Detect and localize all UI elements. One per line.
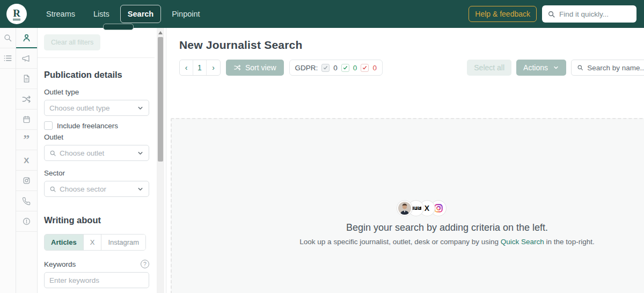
gdpr-label: GDPR: — [295, 64, 318, 72]
chevron-down-icon — [137, 105, 144, 112]
rail-list-tab[interactable] — [0, 48, 16, 69]
page-prev-button[interactable]: ‹ — [180, 60, 193, 75]
clear-all-filters-button[interactable]: Clear all filters — [44, 34, 100, 50]
rail-x-tab[interactable]: X — [16, 150, 37, 171]
rail-document-tab[interactable] — [16, 69, 37, 89]
rail-phone-tab[interactable] — [16, 191, 37, 211]
results-toolbar: ‹ 1 › Sort view GDPR: 0 — [179, 60, 644, 76]
include-freelancers-checkbox[interactable] — [44, 121, 53, 130]
gdpr-count-grey: 0 — [333, 64, 338, 72]
logo-letter: R — [13, 8, 20, 20]
check-icon — [362, 65, 367, 70]
help-feedback-button[interactable]: Help & feedback — [469, 6, 537, 22]
pagination: ‹ 1 › — [179, 60, 221, 76]
avatar-row: BBC X — [397, 201, 446, 216]
gdpr-filter-group: GDPR: 0 0 0 — [289, 60, 383, 76]
x-logo: X — [425, 204, 429, 213]
name-search-box[interactable] — [571, 60, 644, 76]
nav-item-pinpoint[interactable]: Pinpoint — [164, 5, 207, 23]
filter-scrollbar[interactable] — [157, 28, 164, 293]
keywords-label-row: Keywords ? — [44, 260, 149, 268]
chevron-down-icon — [137, 186, 144, 193]
tab-instagram[interactable]: Instagram — [101, 235, 145, 250]
rail-search-tab[interactable] — [0, 28, 16, 48]
document-icon — [22, 74, 31, 83]
name-search-input[interactable] — [587, 64, 644, 72]
journalist-photo-avatar — [397, 201, 412, 216]
nav-item-streams[interactable]: Streams — [39, 5, 83, 23]
toolbar-right-group: Select all Actions — [467, 60, 644, 76]
phone-icon — [22, 197, 31, 206]
rail-calendar-tab[interactable] — [16, 109, 37, 130]
search-icon — [3, 33, 12, 42]
icon-rail: ” X — [0, 28, 38, 293]
gdpr-checkbox-grey[interactable] — [321, 64, 330, 72]
chevron-down-icon — [137, 150, 144, 157]
content-row: ” X — [0, 28, 644, 293]
instagram-logo — [434, 203, 443, 213]
icon-rail-col-1 — [0, 28, 16, 293]
page-number[interactable]: 1 — [193, 60, 207, 75]
outlet-type-placeholder: Choose outlet type — [49, 104, 134, 112]
quotes-icon: ” — [23, 136, 30, 144]
topbar-right-group: Help & feedback — [469, 5, 636, 23]
page-title: New Journalist Search — [179, 39, 644, 52]
rail-shuffle-tab[interactable] — [16, 89, 37, 109]
writing-about-tabs: Articles X Instagram — [44, 234, 146, 251]
empty-state-subtext: Look up a specific journalist, outlet, d… — [299, 238, 594, 246]
scrollbar-thumb[interactable] — [158, 37, 163, 162]
help-icon[interactable]: ? — [141, 260, 149, 268]
shuffle-icon — [233, 64, 241, 71]
quick-search-link[interactable]: Quick Search — [501, 238, 544, 246]
tab-articles[interactable]: Articles — [45, 235, 84, 250]
tab-x[interactable]: X — [84, 235, 102, 250]
actions-label: Actions — [523, 63, 548, 72]
page-next-button[interactable]: › — [207, 60, 220, 75]
empty-sub-before: Look up a specific journalist, outlet, d… — [299, 238, 500, 246]
outlet-type-label: Outlet type — [44, 88, 149, 96]
sector-select[interactable]: Choose sector — [44, 181, 149, 197]
empty-state-heading: Begin your search by adding criteria on … — [346, 222, 548, 233]
rail-instagram-tab[interactable] — [16, 171, 37, 191]
rail-journalist-tab[interactable] — [16, 28, 37, 48]
check-icon — [323, 65, 328, 70]
quick-search-input[interactable] — [559, 10, 631, 18]
rail-alert-tab[interactable] — [16, 211, 37, 232]
select-all-button[interactable]: Select all — [467, 60, 511, 76]
keywords-label: Keywords — [44, 260, 76, 268]
bbc-logo: BBC — [411, 207, 421, 210]
include-freelancers-label: Include freelancers — [57, 122, 118, 130]
search-icon — [49, 186, 56, 193]
nav-item-lists[interactable]: Lists — [86, 5, 117, 23]
outlet-type-select[interactable]: Choose outlet type — [44, 100, 149, 116]
sort-view-label: Sort view — [245, 63, 276, 72]
scroll-up-arrow[interactable] — [158, 31, 163, 34]
main-area: New Journalist Search ‹ 1 › Sort view GD… — [166, 28, 644, 293]
writing-about-heading: Writing about — [44, 215, 166, 225]
sector-label: Sector — [44, 169, 149, 177]
actions-button[interactable]: Actions — [516, 60, 566, 76]
publication-details-heading: Publication details — [44, 70, 166, 80]
include-freelancers-row[interactable]: Include freelancers — [44, 121, 166, 130]
list-icon — [3, 54, 12, 63]
shuffle-icon — [21, 94, 31, 104]
sector-placeholder: Choose sector — [60, 185, 134, 193]
quick-search-box[interactable] — [542, 5, 636, 23]
megaphone-icon — [21, 54, 31, 63]
keywords-input[interactable] — [44, 272, 149, 288]
results-empty-area: BBC X — [171, 118, 644, 293]
empty-state: BBC X — [172, 119, 644, 246]
gdpr-checkbox-green[interactable] — [341, 64, 349, 72]
rail-quotes-tab[interactable]: ” — [16, 130, 37, 150]
outlet-placeholder: Choose outlet — [60, 149, 134, 157]
sort-view-button[interactable]: Sort view — [226, 60, 284, 76]
gdpr-count-green: 0 — [353, 64, 357, 72]
outlet-select[interactable]: Choose outlet — [44, 145, 149, 161]
gdpr-checkbox-red[interactable] — [361, 64, 369, 72]
nav-item-search[interactable]: Search — [120, 5, 161, 23]
roxhill-logo[interactable]: R — [6, 4, 27, 24]
rail-megaphone-tab[interactable] — [16, 48, 37, 69]
gdpr-count-red: 0 — [372, 64, 377, 72]
icon-rail-col-2: ” X — [16, 28, 37, 293]
app-window: R Streams Lists Search Pinpoint Help & f… — [0, 0, 644, 293]
